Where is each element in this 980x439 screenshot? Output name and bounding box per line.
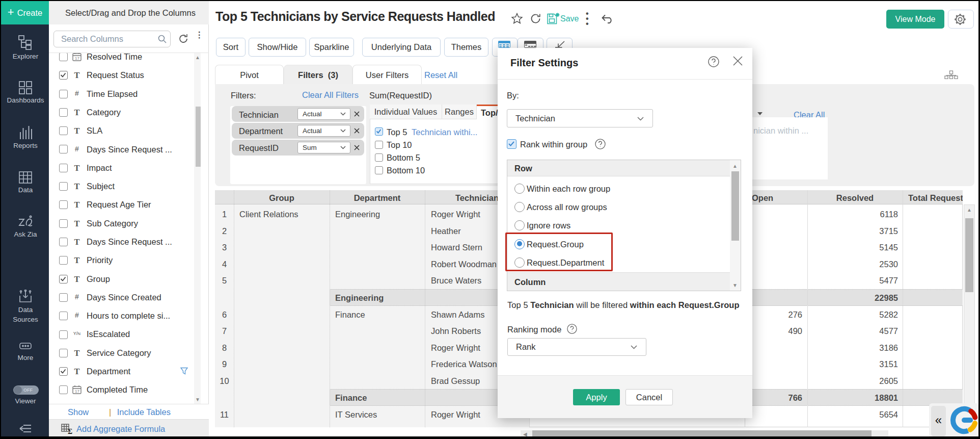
svg-text:Σ: Σ	[68, 428, 72, 434]
svg-text:17: 17	[75, 389, 79, 394]
svg-text:17: 17	[75, 56, 79, 61]
